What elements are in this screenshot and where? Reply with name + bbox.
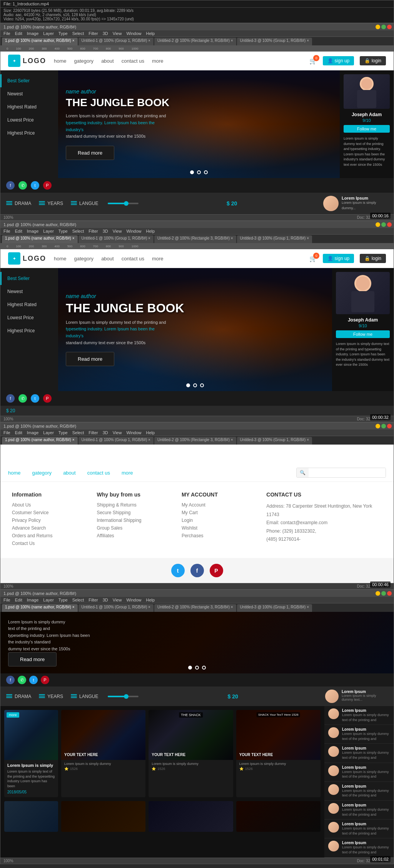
tab-untitled2[interactable]: Untitled-2 @ 100% (Rectangle 3, RGB/8#) …	[154, 38, 236, 45]
sidebar2-lowest-price[interactable]: Lowest Price	[0, 311, 58, 324]
menu4-3d[interactable]: 3D	[103, 598, 108, 602]
ps-menubar-4[interactable]: File Edit Image Layer Type Select Filter…	[0, 597, 394, 603]
menu2-help[interactable]: Help	[146, 229, 155, 233]
menu4-window[interactable]: Window	[126, 598, 141, 602]
dot4-1[interactable]	[188, 666, 192, 670]
filter-years-1[interactable]: YEARS	[39, 201, 63, 206]
social-pt-4[interactable]: P	[41, 676, 49, 684]
signup-btn-1[interactable]: 👤 sign up	[323, 56, 354, 65]
social-fb-4[interactable]: f	[6, 676, 15, 684]
ps-menubar-1[interactable]: File Edit Image Layer Type Select Filter…	[0, 30, 394, 37]
readmore-btn-1[interactable]: Read more	[66, 146, 114, 160]
minimize-btn[interactable]	[376, 25, 380, 29]
close-btn-4[interactable]	[387, 591, 392, 596]
footer-group-sales[interactable]: Group Sales	[97, 525, 174, 531]
menu-view[interactable]: View	[113, 31, 122, 36]
tab2-untitled3[interactable]: Untitled-3 @ 100% (Group 1, RGB/8#) ×	[237, 235, 312, 243]
minimize-btn-4[interactable]	[376, 591, 380, 596]
dot4-2[interactable]	[195, 666, 199, 670]
dot4-3[interactable]	[202, 666, 206, 670]
filter-drama-1[interactable]: DRAMA	[6, 201, 31, 206]
footer-about-us[interactable]: About Us	[12, 502, 89, 508]
footer-nav-more[interactable]: more	[122, 470, 133, 476]
close-btn-2[interactable]	[387, 222, 392, 227]
tab2-untitled1[interactable]: Untitled-1 @ 100% (Group 1, RGB/8#) ×	[78, 235, 154, 243]
sidebar-item-bestseller[interactable]: Best Seller	[0, 74, 58, 87]
nav-more[interactable]: more	[152, 58, 164, 64]
social-tw-2[interactable]: t	[31, 394, 39, 403]
footer-secure-shipping[interactable]: Secure Shipping	[97, 510, 174, 515]
menu2-view[interactable]: View	[113, 229, 122, 233]
sidebar2-bestseller[interactable]: Best Seller	[0, 272, 58, 285]
dot2-2[interactable]	[193, 383, 197, 387]
footer-nav-gategory[interactable]: gategory	[32, 470, 52, 476]
sidebar-item-lowest-price[interactable]: Lowest Price	[0, 113, 58, 127]
tab4-1psd[interactable]: 1.psd @ 100% (name author, RGB/8#) ×	[2, 604, 78, 612]
menu4-type[interactable]: Type	[58, 598, 68, 602]
menu2-image[interactable]: Image	[27, 229, 39, 233]
footer-orders-returns[interactable]: Orders and Returns	[12, 533, 89, 538]
footer-intl-shipping[interactable]: International Shipping	[97, 518, 174, 523]
menu2-filter[interactable]: Filter	[88, 229, 98, 233]
footer-nav-home[interactable]: home	[8, 470, 21, 476]
menu2-layer[interactable]: Layer	[43, 229, 54, 233]
cart-icon-2[interactable]: 🛒 0	[309, 255, 317, 262]
footer-advance-search[interactable]: Advance Search	[12, 525, 89, 531]
menu3-layer[interactable]: Layer	[43, 430, 54, 435]
dot-2[interactable]	[197, 170, 201, 174]
tab3-untitled2[interactable]: Untitled-2 @ 100% (Rectangle 3, RGB/8#) …	[154, 437, 236, 445]
sidebar-item-newest[interactable]: Newest	[0, 87, 58, 100]
menu2-3d[interactable]: 3D	[103, 229, 108, 233]
tab4-untitled2[interactable]: Untitled-2 @ 100% (Rectangle 3, RGB/8#) …	[154, 604, 236, 612]
menu4-help[interactable]: Help	[146, 598, 155, 602]
footer-perchases[interactable]: Perchases	[182, 533, 259, 538]
tab2-untitled2[interactable]: Untitled-2 @ 100% (Rectangle 3, RGB/8#) …	[154, 235, 236, 243]
close-btn[interactable]	[387, 25, 392, 29]
menu3-type[interactable]: Type	[58, 430, 68, 435]
menu4-view[interactable]: View	[113, 598, 122, 602]
tab3-untitled3[interactable]: Untitled-3 @ 100% (Group 1, RGB/8#) ×	[237, 437, 312, 445]
menu4-select[interactable]: Select	[72, 598, 84, 602]
footer-contact-us[interactable]: Contact Us	[12, 541, 89, 546]
login-btn-1[interactable]: 🔒 login	[360, 56, 386, 65]
menu3-select[interactable]: Select	[72, 430, 84, 435]
price-slider-4[interactable]	[108, 696, 139, 697]
follow-btn-1[interactable]: Follow me	[344, 125, 390, 133]
menu2-window[interactable]: Window	[126, 229, 141, 233]
sidebar2-newest[interactable]: Newest	[0, 285, 58, 298]
menu-image[interactable]: Image	[27, 31, 39, 36]
nav-home[interactable]: home	[54, 58, 67, 64]
footer-login[interactable]: Login	[182, 518, 259, 523]
minimize-btn-2[interactable]	[376, 222, 380, 227]
menu-select[interactable]: Select	[72, 31, 84, 36]
nav2-about[interactable]: about	[101, 256, 114, 262]
nav2-gategory[interactable]: gategory	[74, 256, 94, 262]
maximize-btn-2[interactable]	[381, 222, 386, 227]
social-wa-2[interactable]: ✆	[18, 394, 27, 403]
social-pinterest-1[interactable]: P	[43, 181, 52, 190]
menu2-file[interactable]: File	[3, 229, 10, 233]
footer-my-cart[interactable]: My Cart	[182, 510, 259, 515]
footer-nav-about[interactable]: about	[63, 470, 76, 476]
nav2-contact[interactable]: contact us	[122, 256, 144, 262]
sidebar-item-highest-rated[interactable]: Highest Rated	[0, 100, 58, 113]
filter-langue-4[interactable]: LANGUE	[71, 694, 98, 699]
footer-search-input[interactable]	[309, 468, 386, 477]
menu3-window[interactable]: Window	[126, 430, 141, 435]
sidebar-item-highest-price[interactable]: Highest Price	[0, 127, 58, 140]
signup-btn-2[interactable]: 👤 sign up	[323, 254, 354, 263]
footer-privacy-policy[interactable]: Privacy Policy	[12, 518, 89, 523]
tab4-untitled1[interactable]: Untitled-1 @ 100% (Group 1, RGB/8#) ×	[78, 604, 154, 612]
dot2-1[interactable]	[186, 383, 190, 387]
readmore-btn-4[interactable]: Read more	[8, 652, 57, 666]
menu-window[interactable]: Window	[126, 31, 141, 36]
filter-drama-4[interactable]: DRAMA	[6, 694, 31, 699]
ps-menubar-2[interactable]: File Edit Image Layer Type Select Filter…	[0, 228, 394, 235]
close-btn-3[interactable]	[387, 424, 392, 428]
nav-about[interactable]: about	[101, 58, 114, 64]
social-tw-4[interactable]: t	[29, 676, 38, 684]
footer-wishlist[interactable]: Wishlist	[182, 525, 259, 531]
menu4-filter[interactable]: Filter	[88, 598, 98, 602]
social-pt-2[interactable]: P	[43, 394, 52, 403]
sidebar2-highest-rated[interactable]: Highest Rated	[0, 298, 58, 311]
